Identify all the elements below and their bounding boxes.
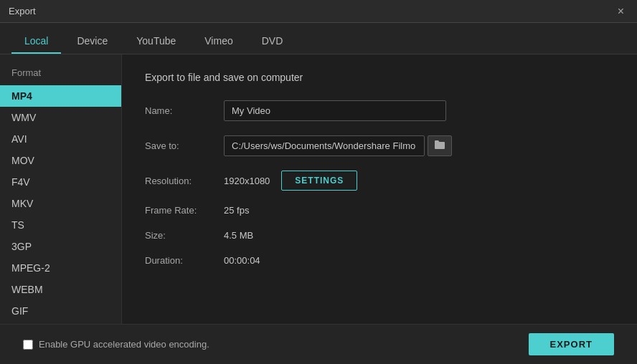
size-row: Size: 4.5 MB <box>145 230 614 241</box>
save-to-row: Save to: <box>145 135 614 156</box>
gpu-checkbox[interactable] <box>23 340 33 350</box>
tab-youtube[interactable]: YouTube <box>123 29 189 54</box>
size-label: Size: <box>145 230 224 241</box>
save-to-label: Save to: <box>145 140 224 151</box>
form-title: Export to file and save on computer <box>145 72 614 83</box>
sidebar-item-avi[interactable]: AVI <box>0 128 121 150</box>
name-row: Name: <box>145 100 614 121</box>
duration-label: Duration: <box>145 255 224 266</box>
resolution-value: 1920x1080 <box>224 176 270 186</box>
resolution-label: Resolution: <box>145 176 224 186</box>
duration-row: Duration: 00:00:04 <box>145 255 614 266</box>
tab-dvd[interactable]: DVD <box>249 29 296 54</box>
name-input[interactable] <box>224 100 446 121</box>
size-value: 4.5 MB <box>224 230 253 241</box>
main-content: Format MP4 WMV AVI MOV F4V MKV TS 3GP MP… <box>0 54 637 324</box>
export-button[interactable]: EXPORT <box>529 333 614 355</box>
save-to-input[interactable] <box>224 135 425 156</box>
resolution-row: Resolution: 1920x1080 SETTINGS <box>145 171 614 191</box>
dialog-title: Export <box>9 6 36 16</box>
gpu-label-text: Enable GPU accelerated video encoding. <box>39 339 209 350</box>
close-button[interactable]: × <box>613 4 628 19</box>
resolution-wrapper: 1920x1080 SETTINGS <box>224 171 357 191</box>
bottom-bar: Enable GPU accelerated video encoding. E… <box>0 324 637 364</box>
duration-value: 00:00:04 <box>224 255 260 266</box>
sidebar-item-gif[interactable]: GIF <box>0 300 121 322</box>
sidebar-item-ts[interactable]: TS <box>0 214 121 236</box>
tab-local[interactable]: Local <box>11 29 61 54</box>
sidebar-item-mov[interactable]: MOV <box>0 150 121 171</box>
frame-rate-value: 25 fps <box>224 205 249 216</box>
tab-bar: Local Device YouTube Vimeo DVD <box>0 23 637 54</box>
settings-button[interactable]: SETTINGS <box>281 171 357 191</box>
tab-vimeo[interactable]: Vimeo <box>192 29 245 54</box>
title-bar: Export × <box>0 0 637 23</box>
sidebar-item-webm[interactable]: WEBM <box>0 279 121 300</box>
folder-icon <box>434 140 445 150</box>
sidebar-item-mp4[interactable]: MP4 <box>0 85 121 107</box>
name-label: Name: <box>145 105 224 116</box>
gpu-label[interactable]: Enable GPU accelerated video encoding. <box>23 339 209 350</box>
sidebar-item-3gp[interactable]: 3GP <box>0 236 121 257</box>
sidebar-item-wmv[interactable]: WMV <box>0 107 121 128</box>
sidebar-item-f4v[interactable]: F4V <box>0 171 121 193</box>
sidebar-item-mkv[interactable]: MKV <box>0 193 121 214</box>
folder-button[interactable] <box>428 135 452 156</box>
sidebar-item-mpeg2[interactable]: MPEG-2 <box>0 257 121 279</box>
save-to-wrapper <box>224 135 452 156</box>
sidebar: Format MP4 WMV AVI MOV F4V MKV TS 3GP MP… <box>0 54 122 324</box>
frame-rate-label: Frame Rate: <box>145 205 224 216</box>
frame-rate-row: Frame Rate: 25 fps <box>145 205 614 216</box>
form-area: Export to file and save on computer Name… <box>122 54 637 324</box>
tab-device[interactable]: Device <box>64 29 121 54</box>
sidebar-format-header: Format <box>0 63 121 85</box>
